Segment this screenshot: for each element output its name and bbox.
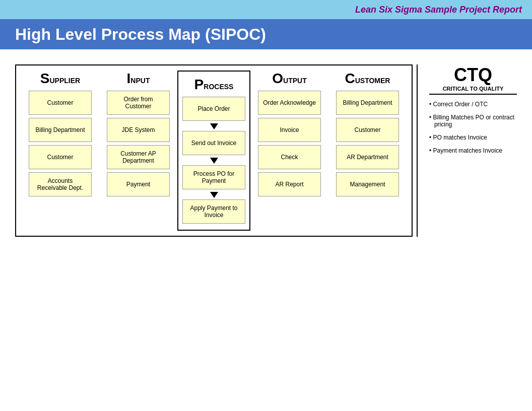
- ctq-item-3: • PO matches Invoice: [429, 134, 517, 141]
- process-arrow-2: [210, 158, 218, 164]
- output-rest: utput: [283, 77, 307, 85]
- ctq-sub-label: CRITICAL TO QUALITY: [429, 86, 517, 95]
- customer-rest: ustomer: [355, 77, 390, 85]
- page-title: High Level Process Map (SIPOC): [15, 25, 266, 44]
- ctq-header: CTQ CRITICAL TO QUALITY: [429, 64, 517, 99]
- supplier-rest: upplier: [50, 77, 81, 85]
- customer-item-4: Management: [336, 172, 399, 196]
- input-item-4: Payment: [107, 172, 170, 196]
- input-rest: nput: [130, 77, 150, 85]
- supplier-item-3: Customer: [29, 145, 92, 169]
- vertical-divider: [417, 64, 418, 237]
- input-header: Input: [127, 71, 150, 87]
- input-item-2: JDE System: [107, 118, 170, 142]
- ctq-big-label: CTQ: [429, 64, 517, 86]
- top-banner: Lean Six Sigma Sample Project Report: [0, 0, 532, 19]
- input-item-3: Customer AP Department: [107, 145, 170, 169]
- process-first-letter: P: [194, 77, 204, 92]
- supplier-column: Supplier Customer Billing Department Cus…: [21, 71, 99, 231]
- output-header: Output: [272, 71, 306, 87]
- output-item-1: Order Acknowledge: [258, 91, 321, 115]
- header-bar: High Level Process Map (SIPOC): [0, 19, 532, 49]
- customer-item-2: Customer: [336, 118, 399, 142]
- customer-first-letter: C: [345, 71, 355, 86]
- output-first-letter: O: [272, 71, 283, 86]
- customer-column: Customer Billing Department Customer AR …: [328, 71, 407, 231]
- process-item-3: Process PO for Payment: [182, 165, 245, 189]
- output-item-3: Check: [258, 145, 321, 169]
- customer-item-1: Billing Department: [336, 91, 399, 115]
- banner-title: Lean Six Sigma Sample Project Report: [355, 5, 522, 15]
- supplier-item-1: Customer: [29, 91, 92, 115]
- process-header: Process: [194, 77, 234, 93]
- process-arrow-1: [210, 123, 218, 129]
- process-item-4: Apply Payment to Invoice: [182, 199, 245, 224]
- input-column: Input Order from Customer JDE System Cus…: [99, 71, 177, 231]
- output-column: Output Order Acknowledge Invoice Check A…: [250, 71, 328, 231]
- main-content: Supplier Customer Billing Department Cus…: [0, 49, 532, 247]
- customer-item-3: AR Department: [336, 145, 399, 169]
- supplier-header: Supplier: [40, 71, 80, 87]
- process-column: Process Place Order Send out Invoice Pro…: [177, 71, 250, 231]
- ctq-item-2: • Billing Matches PO or contract pricing: [429, 114, 517, 128]
- process-arrow-3: [210, 192, 218, 198]
- process-item-2: Send out Invoice: [182, 131, 245, 155]
- input-item-1: Order from Customer: [107, 91, 170, 115]
- output-item-2: Invoice: [258, 118, 321, 142]
- sipoc-left-section: Supplier Customer Billing Department Cus…: [15, 64, 413, 237]
- supplier-first-letter: S: [40, 71, 50, 86]
- process-item-1: Place Order: [182, 97, 245, 121]
- customer-header: Customer: [345, 71, 390, 87]
- supplier-item-2: Billing Department: [29, 118, 92, 142]
- supplier-item-4: Accounts Receivable Dept.: [29, 172, 92, 196]
- ctq-section: CTQ CRITICAL TO QUALITY • Correct Order …: [422, 64, 517, 237]
- ctq-item-1: • Correct Order / OTC: [429, 101, 517, 108]
- process-rest: rocess: [204, 83, 233, 91]
- sipoc-diagram: Supplier Customer Billing Department Cus…: [15, 64, 517, 237]
- ctq-item-4: • Payment matches Invoice: [429, 147, 517, 154]
- output-item-4: AR Report: [258, 172, 321, 196]
